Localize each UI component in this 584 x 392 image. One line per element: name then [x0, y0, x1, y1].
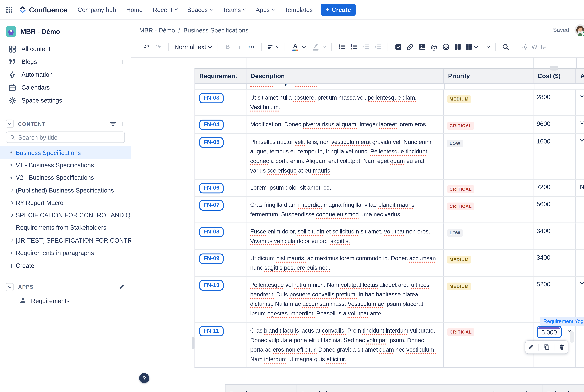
requirement-pill[interactable]: FN-07 — [199, 200, 224, 210]
page-tree-item[interactable]: Requirements from Stakeholders — [0, 222, 131, 234]
priority-cell[interactable]: MEDIUM — [444, 90, 533, 115]
column-header-active[interactable]: Active — [576, 69, 584, 84]
cost-cell[interactable]: 7200 — [533, 180, 576, 196]
top-nav-item-apps[interactable]: Apps — [256, 6, 275, 13]
text-style-dropdown[interactable]: Normal text — [175, 43, 211, 50]
requirement-pill[interactable]: FN-03 — [199, 93, 224, 104]
add-blog-icon[interactable]: + — [121, 58, 125, 66]
priority-cell[interactable]: CRITICAL — [444, 322, 533, 367]
active-cell[interactable] — [576, 224, 584, 249]
expand-chevron-icon[interactable] — [7, 189, 16, 191]
emoji-icon[interactable] — [442, 42, 450, 52]
bullet-list-icon[interactable] — [338, 42, 346, 52]
expand-chevron-icon[interactable] — [7, 202, 16, 204]
edit-pencil-button[interactable] — [525, 342, 536, 352]
page-tree-item[interactable]: [JR-TEST] SPECIFICATION FOR CONTROL A... — [0, 234, 131, 246]
app-switcher-icon[interactable] — [6, 6, 13, 12]
requirement-cell[interactable]: FN-07 — [195, 197, 246, 222]
requirement-cell[interactable]: FN-08 — [195, 224, 246, 249]
sidebar-item-calendars[interactable]: Calendars — [0, 81, 131, 94]
cost-edit-field[interactable]: 5,000 — [536, 326, 561, 338]
requirement-pill[interactable]: FN-11 — [199, 326, 223, 336]
alignment-dropdown[interactable] — [268, 42, 279, 52]
description-cell[interactable]: Cras fringilla diam imperdiet magna frin… — [246, 197, 444, 222]
filter-icon[interactable] — [110, 120, 117, 127]
description-cell[interactable]: Fusce enim dolor, sollicitudin et sollic… — [246, 224, 444, 249]
requirement-pill[interactable]: FN-06 — [199, 183, 224, 194]
task-list-icon[interactable] — [394, 42, 402, 52]
active-cell[interactable] — [576, 322, 584, 367]
description-cell[interactable]: Modification. Donec piverra risus aliqua… — [246, 116, 444, 133]
edit-apps-pencil-icon[interactable] — [119, 284, 125, 290]
cost-cell[interactable]: 3400 — [533, 224, 576, 249]
space-header[interactable]: MBR - Démo — [0, 24, 131, 42]
active-cell[interactable] — [576, 250, 584, 276]
active-cell[interactable] — [576, 197, 584, 222]
active-cell[interactable]: Yes — [576, 116, 584, 133]
column-header-description[interactable]: Description — [246, 69, 444, 84]
delete-button[interactable] — [556, 342, 568, 352]
priority-cell[interactable]: MEDIUM — [444, 277, 533, 322]
indent-icon[interactable] — [373, 42, 382, 52]
priority-cell[interactable]: MEDIUM — [444, 250, 533, 276]
breadcrumb-page[interactable]: Business Specifications — [183, 26, 248, 34]
active-cell[interactable]: Yes — [576, 90, 584, 115]
priority-cell[interactable]: CRITICAL — [444, 180, 533, 196]
requirement-pill[interactable]: FN-08 — [199, 227, 224, 237]
page-tree-item[interactable]: (Published) Business Specifications — [0, 184, 131, 196]
requirement-cell[interactable]: FN-11 — [195, 322, 246, 367]
sidebar-create-page[interactable]: +Create — [0, 259, 131, 272]
requirement-pill[interactable]: FN-10 — [199, 280, 224, 291]
active-cell[interactable]: Yes — [576, 134, 584, 179]
top-nav-item-recent[interactable]: Recent — [153, 6, 177, 13]
requirement-pill[interactable]: FN-04 — [199, 120, 224, 130]
page-tree-item[interactable]: RY Report Macro — [0, 196, 131, 209]
column-drag-handle[interactable] — [550, 66, 558, 70]
requirement-cell[interactable]: FN-10 — [195, 277, 246, 322]
expand-chevron-icon[interactable] — [7, 226, 16, 229]
layouts-icon[interactable] — [454, 42, 462, 52]
cost-cell[interactable]: Requirement Yogi calculation5,000 — [533, 322, 576, 367]
italic-icon[interactable]: I — [235, 42, 244, 52]
description-cell[interactable]: Cras blandit iaculis lacus at convallis.… — [246, 322, 444, 367]
column-header-cost[interactable]: Cost ($) — [533, 69, 576, 84]
copy-button[interactable] — [541, 342, 552, 352]
numbered-list-icon[interactable]: 123 — [350, 42, 358, 52]
column-header-priority[interactable]: Priority — [444, 69, 533, 84]
redo-icon[interactable]: ↷ — [154, 42, 163, 52]
sidebar-item-space-settings[interactable]: Space settings — [0, 94, 131, 107]
cost-cell[interactable]: 5200 — [533, 277, 576, 322]
collapse-apps-icon[interactable] — [6, 283, 14, 291]
cost-cell[interactable]: 1600 — [533, 134, 576, 179]
insert-more-dropdown[interactable]: + — [481, 42, 489, 52]
priority-cell[interactable]: LOW — [444, 134, 533, 179]
priority-cell[interactable]: LOW — [444, 224, 533, 249]
page-tree-item[interactable]: SPECIFICATION FOR CONTROL AND QUALIF... — [0, 209, 131, 222]
cost-cell[interactable]: 5600 — [533, 197, 576, 222]
top-nav-item-company-hub[interactable]: Company hub — [78, 6, 116, 13]
add-content-icon[interactable]: + — [121, 120, 125, 128]
confluence-logo[interactable]: Confluence — [19, 6, 67, 14]
insert-link-icon[interactable] — [406, 42, 414, 52]
priority-badge[interactable]: CRITICAL — [447, 202, 474, 210]
active-cell[interactable]: Yes — [576, 277, 584, 322]
requirement-pill[interactable]: FN-05 — [199, 137, 224, 148]
table-dropdown[interactable] — [465, 42, 477, 52]
expand-chevron-icon[interactable] — [7, 214, 16, 216]
collaborator-avatar[interactable]: M — [574, 24, 584, 36]
document-canvas[interactable]: ↗BR-0 RequirementDescriptionPriorityCost… — [131, 53, 584, 392]
top-nav-item-spaces[interactable]: Spaces — [187, 6, 213, 13]
top-nav-item-templates[interactable]: Templates — [285, 6, 313, 13]
priority-badge[interactable]: CRITICAL — [447, 328, 474, 336]
description-cell[interactable]: Ut dictum nisl mauris, ac maximus lorem … — [246, 250, 444, 276]
top-nav-item-teams[interactable]: Teams — [223, 6, 246, 13]
requirement-cell[interactable]: FN-05 — [195, 134, 246, 179]
text-color-dropdown[interactable]: A — [291, 42, 300, 52]
priority-badge[interactable]: LOW — [447, 229, 463, 237]
page-tree-item[interactable]: V1 - Business Specifications — [0, 159, 131, 171]
priority-cell[interactable]: CRITICAL — [444, 116, 533, 133]
page-tree-item[interactable]: Requirements in paragraphs — [0, 246, 131, 259]
mention-icon[interactable]: @ — [430, 42, 438, 52]
requirement-cell[interactable]: FN-09 — [195, 250, 246, 276]
find-replace-icon[interactable] — [501, 42, 510, 52]
